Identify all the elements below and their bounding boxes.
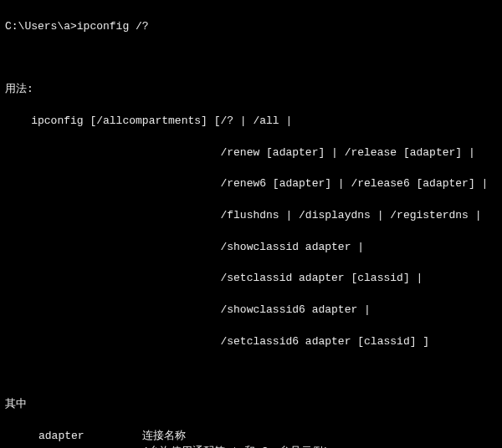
blank-line [5, 51, 497, 67]
usage-line: /flushdns | /displaydns | /registerdns | [5, 208, 497, 224]
adapter-name: adapter [38, 429, 142, 445]
usage-line: /renew [adapter] | /release [adapter] | [5, 145, 497, 161]
usage-line: /showclassid adapter | [5, 240, 497, 256]
usage-line: ipconfig [/allcompartments] [/? | /all | [5, 114, 497, 130]
command-prompt-line: C:\Users\a>ipconfig /? [5, 19, 497, 35]
usage-line: /setclassid adapter [classid] | [5, 271, 497, 287]
blank-line [5, 365, 497, 381]
usage-line: /setclassid6 adapter [classid] ] [5, 334, 497, 350]
usage-line: /showclassid6 adapter | [5, 303, 497, 318]
adapter-block: adapter 连接名称 (允许使用通配符 * 和 ?，参见示例) [38, 429, 330, 448]
adapter-desc: 连接名称 [142, 429, 330, 445]
usage-line: /renew6 [adapter] | /release6 [adapter] … [5, 176, 497, 192]
terminal-output[interactable]: C:\Users\a>ipconfig /? 用法: ipconfig [/al… [0, 0, 502, 448]
where-label: 其中 [5, 397, 497, 413]
usage-label: 用法: [5, 82, 497, 98]
adapter-desc-2: (允许使用通配符 * 和 ?，参见示例) [142, 445, 330, 448]
